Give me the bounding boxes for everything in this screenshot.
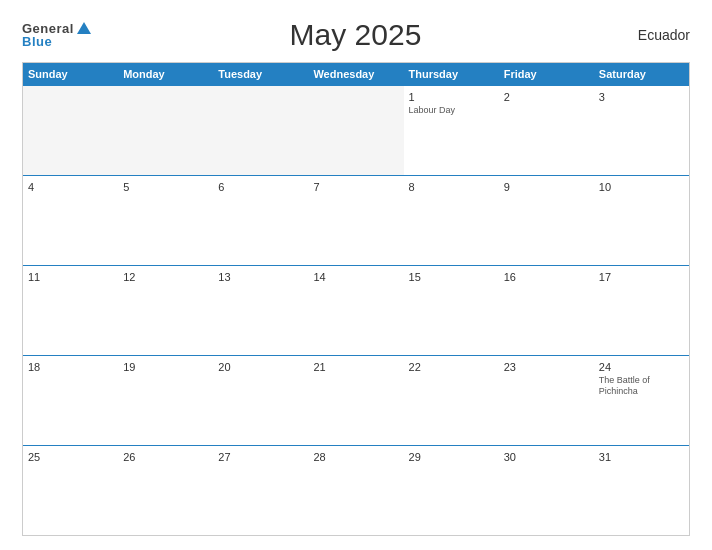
day-number: 5 bbox=[123, 180, 208, 194]
day-number: 18 bbox=[28, 360, 113, 374]
week-row-2: 11121314151617 bbox=[23, 265, 689, 355]
day-cell: 24The Battle of Pichincha bbox=[594, 356, 689, 445]
day-cell bbox=[213, 86, 308, 175]
day-cell: 7 bbox=[308, 176, 403, 265]
day-header-wednesday: Wednesday bbox=[308, 63, 403, 85]
logo-blue-text: Blue bbox=[22, 35, 52, 48]
day-event: The Battle of Pichincha bbox=[599, 375, 684, 397]
day-number: 4 bbox=[28, 180, 113, 194]
week-row-4: 25262728293031 bbox=[23, 445, 689, 535]
day-cell: 3 bbox=[594, 86, 689, 175]
calendar-title: May 2025 bbox=[91, 18, 620, 52]
day-cell bbox=[308, 86, 403, 175]
day-cell: 28 bbox=[308, 446, 403, 535]
day-cell: 29 bbox=[404, 446, 499, 535]
day-cell: 19 bbox=[118, 356, 213, 445]
day-cell: 31 bbox=[594, 446, 689, 535]
day-number: 11 bbox=[28, 270, 113, 284]
day-cell bbox=[23, 86, 118, 175]
day-cell: 9 bbox=[499, 176, 594, 265]
day-number: 15 bbox=[409, 270, 494, 284]
day-number: 9 bbox=[504, 180, 589, 194]
day-cell: 8 bbox=[404, 176, 499, 265]
day-number: 17 bbox=[599, 270, 684, 284]
day-cell: 10 bbox=[594, 176, 689, 265]
day-cell: 16 bbox=[499, 266, 594, 355]
day-cell: 1Labour Day bbox=[404, 86, 499, 175]
day-cell: 2 bbox=[499, 86, 594, 175]
day-header-monday: Monday bbox=[118, 63, 213, 85]
day-cell: 12 bbox=[118, 266, 213, 355]
day-cell: 25 bbox=[23, 446, 118, 535]
logo: General Blue bbox=[22, 22, 91, 48]
calendar-page: General Blue May 2025 Ecuador SundayMond… bbox=[0, 0, 712, 550]
day-cell: 15 bbox=[404, 266, 499, 355]
day-number: 24 bbox=[599, 360, 684, 374]
day-header-sunday: Sunday bbox=[23, 63, 118, 85]
day-cell bbox=[118, 86, 213, 175]
calendar-grid: SundayMondayTuesdayWednesdayThursdayFrid… bbox=[22, 62, 690, 536]
week-row-3: 18192021222324The Battle of Pichincha bbox=[23, 355, 689, 445]
header: General Blue May 2025 Ecuador bbox=[22, 18, 690, 52]
week-row-0: 1Labour Day23 bbox=[23, 85, 689, 175]
day-cell: 18 bbox=[23, 356, 118, 445]
day-cell: 26 bbox=[118, 446, 213, 535]
day-number: 13 bbox=[218, 270, 303, 284]
logo-triangle-icon bbox=[77, 22, 91, 34]
day-number: 16 bbox=[504, 270, 589, 284]
day-header-friday: Friday bbox=[499, 63, 594, 85]
day-cell: 27 bbox=[213, 446, 308, 535]
week-row-1: 45678910 bbox=[23, 175, 689, 265]
day-number: 29 bbox=[409, 450, 494, 464]
day-cell: 22 bbox=[404, 356, 499, 445]
weeks-container: 1Labour Day23456789101112131415161718192… bbox=[23, 85, 689, 535]
day-cell: 14 bbox=[308, 266, 403, 355]
day-cell: 6 bbox=[213, 176, 308, 265]
day-cell: 11 bbox=[23, 266, 118, 355]
day-header-saturday: Saturday bbox=[594, 63, 689, 85]
day-number: 10 bbox=[599, 180, 684, 194]
day-number: 14 bbox=[313, 270, 398, 284]
day-number: 1 bbox=[409, 90, 494, 104]
day-cell: 30 bbox=[499, 446, 594, 535]
day-number: 7 bbox=[313, 180, 398, 194]
day-number: 2 bbox=[504, 90, 589, 104]
day-cell: 23 bbox=[499, 356, 594, 445]
day-cell: 13 bbox=[213, 266, 308, 355]
day-number: 26 bbox=[123, 450, 208, 464]
day-number: 30 bbox=[504, 450, 589, 464]
day-number: 8 bbox=[409, 180, 494, 194]
day-cell: 21 bbox=[308, 356, 403, 445]
day-cell: 5 bbox=[118, 176, 213, 265]
day-number: 3 bbox=[599, 90, 684, 104]
day-number: 22 bbox=[409, 360, 494, 374]
day-number: 25 bbox=[28, 450, 113, 464]
day-event: Labour Day bbox=[409, 105, 494, 116]
day-number: 6 bbox=[218, 180, 303, 194]
day-number: 12 bbox=[123, 270, 208, 284]
day-cell: 20 bbox=[213, 356, 308, 445]
day-number: 31 bbox=[599, 450, 684, 464]
day-number: 21 bbox=[313, 360, 398, 374]
country-label: Ecuador bbox=[620, 27, 690, 43]
day-number: 19 bbox=[123, 360, 208, 374]
day-number: 20 bbox=[218, 360, 303, 374]
day-number: 23 bbox=[504, 360, 589, 374]
day-headers-row: SundayMondayTuesdayWednesdayThursdayFrid… bbox=[23, 63, 689, 85]
day-header-tuesday: Tuesday bbox=[213, 63, 308, 85]
day-number: 27 bbox=[218, 450, 303, 464]
day-number: 28 bbox=[313, 450, 398, 464]
day-header-thursday: Thursday bbox=[404, 63, 499, 85]
day-cell: 17 bbox=[594, 266, 689, 355]
day-cell: 4 bbox=[23, 176, 118, 265]
